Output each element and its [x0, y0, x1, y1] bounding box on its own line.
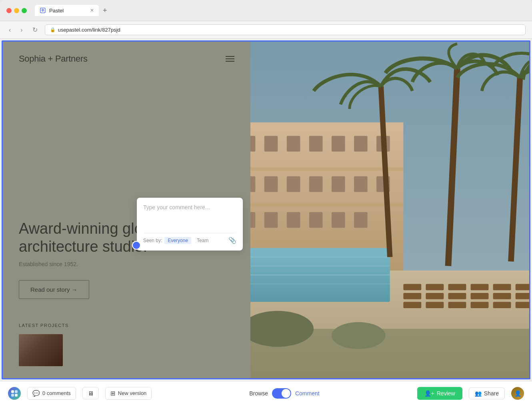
title-bar: Pastel ✕ + [0, 0, 532, 21]
comment-mode-label: Comment [295, 390, 320, 397]
seen-everyone-tag[interactable]: Everyone [164, 237, 191, 244]
svg-rect-4 [250, 167, 403, 171]
hamburger-line-1 [226, 56, 234, 57]
share-label: Share [484, 390, 499, 397]
svg-rect-40 [426, 293, 444, 299]
display-icon: 🖥 [88, 390, 94, 397]
review-label: Review [437, 390, 455, 397]
iframe-wrapper: Sophia + Partners Award-winning global a… [2, 40, 530, 379]
version-icon: ⊞ [110, 390, 116, 397]
svg-rect-15 [264, 176, 278, 192]
tab-bar: Pastel ✕ + [35, 5, 110, 16]
pastel-logo[interactable] [8, 387, 21, 400]
svg-rect-50 [515, 302, 529, 308]
new-version-label: New version [118, 390, 147, 396]
svg-rect-23 [286, 212, 300, 228]
hamburger-line-2 [226, 58, 234, 59]
svg-rect-10 [309, 136, 322, 151]
svg-rect-46 [426, 302, 444, 308]
svg-rect-33 [403, 284, 421, 291]
svg-rect-39 [403, 293, 421, 299]
reload-button[interactable]: ↻ [30, 25, 40, 34]
avatar-placeholder: 👤 [514, 390, 521, 397]
svg-rect-16 [286, 176, 300, 192]
svg-point-57 [331, 322, 385, 349]
svg-rect-6 [250, 239, 403, 243]
svg-rect-9 [286, 136, 300, 151]
hamburger-menu[interactable] [226, 56, 234, 62]
lock-icon: 🔒 [50, 27, 56, 32]
active-tab[interactable]: Pastel ✕ [35, 5, 99, 16]
user-avatar[interactable]: 👤 [511, 387, 524, 400]
svg-rect-18 [331, 176, 345, 192]
share-button[interactable]: 👥 Share [469, 387, 505, 399]
svg-rect-42 [470, 293, 488, 299]
svg-rect-43 [493, 293, 511, 299]
attach-icon[interactable]: 📎 [228, 237, 236, 244]
svg-rect-48 [470, 302, 488, 308]
svg-rect-25 [331, 212, 345, 228]
resort-svg [250, 42, 529, 378]
forward-button[interactable]: › [18, 26, 25, 34]
seen-team-tag[interactable]: Team [194, 237, 212, 244]
latest-projects: LATEST PROJECTS [19, 323, 234, 366]
svg-rect-7 [250, 136, 255, 151]
tab-close-icon[interactable]: ✕ [90, 8, 94, 13]
svg-rect-37 [493, 284, 511, 291]
cta-button[interactable]: Read our story → [19, 280, 89, 299]
tab-title: Pastel [49, 8, 64, 14]
back-button[interactable]: ‹ [6, 26, 13, 34]
maximize-button[interactable] [22, 8, 27, 13]
svg-rect-45 [403, 302, 421, 308]
review-button[interactable]: 👤+ Review [417, 387, 462, 400]
new-tab-button[interactable]: + [100, 6, 110, 15]
svg-rect-24 [309, 212, 322, 228]
url-text: usepastel.com/link/827psjd [58, 27, 120, 33]
new-version-button[interactable]: ⊞ New version [105, 387, 152, 400]
display-button[interactable]: 🖥 [82, 387, 99, 399]
seen-by-label: Seen by: [143, 238, 162, 243]
svg-rect-58 [11, 390, 14, 393]
minimize-button[interactable] [14, 8, 19, 13]
comments-button[interactable]: 💬 0 comments [27, 387, 76, 400]
comments-label: 0 comments [42, 390, 71, 396]
main-content: Sophia + Partners Award-winning global a… [0, 39, 532, 405]
svg-rect-19 [354, 176, 368, 192]
project-thumbnail [19, 334, 63, 366]
svg-rect-49 [493, 302, 511, 308]
tab-favicon [40, 7, 46, 14]
svg-rect-21 [250, 212, 255, 228]
hero-image [250, 42, 529, 378]
right-panel [250, 42, 529, 378]
svg-rect-26 [354, 212, 368, 228]
review-icon: 👤+ [424, 390, 434, 397]
svg-rect-11 [331, 136, 345, 151]
latest-projects-label: LATEST PROJECTS [19, 323, 234, 328]
browse-comment-toggle: Browse Comment [249, 388, 319, 399]
site-header: Sophia + Partners [19, 54, 234, 64]
mode-toggle[interactable] [272, 388, 291, 399]
svg-rect-61 [15, 394, 18, 397]
comment-divider [143, 233, 236, 233]
site-logo: Sophia + Partners [19, 54, 88, 64]
comment-dot[interactable] [132, 241, 141, 250]
svg-point-1 [42, 10, 44, 12]
url-bar[interactable]: 🔒 usepastel.com/link/827psjd [45, 24, 526, 35]
svg-rect-5 [250, 203, 403, 207]
hero-subtitle: Established since 1952. [19, 261, 234, 267]
svg-rect-36 [470, 284, 488, 291]
bottom-toolbar: 💬 0 comments 🖥 ⊞ New version Browse Comm… [0, 381, 532, 405]
comment-input[interactable] [143, 204, 236, 228]
svg-rect-59 [15, 390, 18, 393]
address-bar: ‹ › ↻ 🔒 usepastel.com/link/827psjd [0, 21, 532, 39]
project-image [19, 334, 63, 366]
svg-rect-17 [309, 176, 322, 192]
share-icon: 👥 [475, 390, 482, 397]
svg-rect-14 [250, 176, 255, 192]
svg-rect-60 [11, 394, 14, 397]
comment-footer: Seen by: Everyone Team 📎 [143, 237, 236, 244]
traffic-lights [6, 8, 27, 13]
svg-rect-8 [264, 136, 278, 151]
svg-rect-34 [426, 284, 444, 291]
close-button[interactable] [6, 8, 12, 13]
